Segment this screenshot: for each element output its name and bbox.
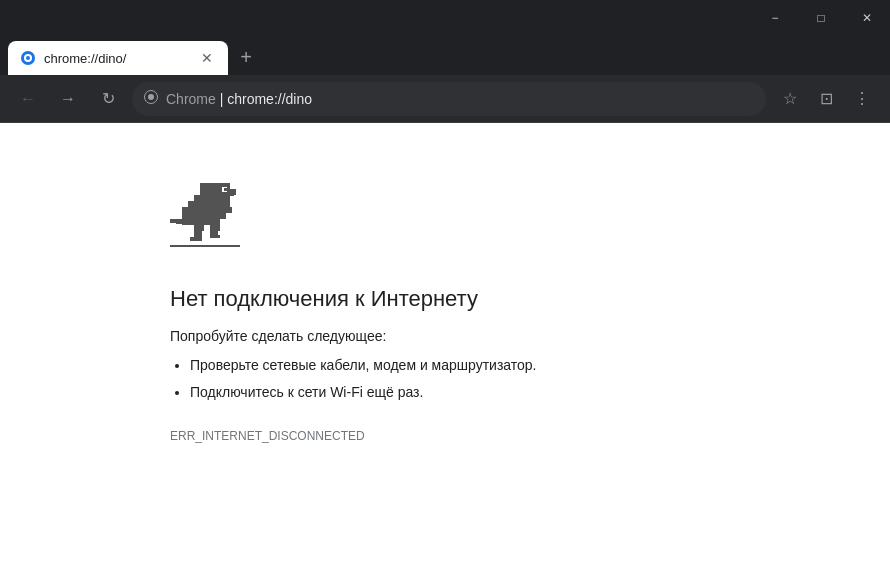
tab-favicon: [20, 50, 36, 66]
forward-button[interactable]: →: [52, 83, 84, 115]
svg-rect-15: [182, 213, 226, 219]
site-name: Chrome: [166, 91, 216, 107]
error-list-item-2: Подключитесь к сети Wi-Fi ещё раз.: [190, 379, 537, 406]
cast-button[interactable]: ⊡: [810, 83, 842, 115]
secure-icon: [144, 90, 158, 107]
svg-rect-21: [194, 231, 202, 237]
active-tab[interactable]: chrome://dino/ ✕: [8, 41, 228, 75]
svg-rect-18: [170, 219, 180, 223]
svg-point-4: [148, 94, 154, 100]
bookmark-button[interactable]: ☆: [774, 83, 806, 115]
toolbar: ← → ↻ Chrome | chrome://dino ☆ ⊡ ⋮: [0, 75, 890, 123]
refresh-icon: ↻: [102, 89, 115, 108]
page-content: Нет подключения к Интернету Попробуйте с…: [0, 123, 890, 586]
svg-rect-14: [182, 207, 232, 213]
close-button[interactable]: ✕: [844, 0, 890, 35]
svg-rect-10: [194, 195, 230, 201]
minimize-button[interactable]: −: [752, 0, 798, 35]
svg-rect-25: [170, 245, 240, 247]
error-subtitle: Попробуйте сделать следующее:: [170, 328, 386, 344]
svg-point-2: [26, 56, 30, 60]
error-list: Проверьте сетевые кабели, модем и маршру…: [170, 352, 537, 405]
address-text: Chrome | chrome://dino: [166, 91, 754, 107]
svg-rect-24: [210, 235, 220, 238]
menu-button[interactable]: ⋮: [846, 83, 878, 115]
window-controls: − □ ✕: [752, 0, 890, 35]
cast-icon: ⊡: [820, 89, 833, 108]
titlebar: − □ ✕: [0, 0, 890, 35]
error-title: Нет подключения к Интернету: [170, 286, 478, 312]
svg-rect-19: [194, 225, 204, 231]
forward-icon: →: [60, 90, 76, 108]
tab-title: chrome://dino/: [44, 51, 190, 66]
svg-rect-20: [210, 225, 220, 231]
svg-rect-11: [188, 201, 230, 207]
tabbar: chrome://dino/ ✕ +: [0, 35, 890, 75]
tab-close-button[interactable]: ✕: [198, 49, 216, 67]
error-list-item-1: Проверьте сетевые кабели, модем и маршру…: [190, 352, 537, 379]
new-tab-button[interactable]: +: [232, 43, 260, 71]
error-code: ERR_INTERNET_DISCONNECTED: [170, 429, 365, 443]
svg-rect-23: [190, 237, 202, 241]
bookmark-icon: ☆: [783, 89, 797, 108]
address-bar[interactable]: Chrome | chrome://dino: [132, 82, 766, 116]
toolbar-actions: ☆ ⊡ ⋮: [774, 83, 878, 115]
address-url: chrome://dino: [227, 91, 312, 107]
maximize-button[interactable]: □: [798, 0, 844, 35]
refresh-button[interactable]: ↻: [92, 83, 124, 115]
dino-container: [170, 183, 240, 262]
menu-icon: ⋮: [854, 89, 870, 108]
dino-icon: [170, 183, 240, 258]
svg-rect-8: [224, 188, 227, 191]
back-icon: ←: [20, 90, 36, 108]
back-button[interactable]: ←: [12, 83, 44, 115]
